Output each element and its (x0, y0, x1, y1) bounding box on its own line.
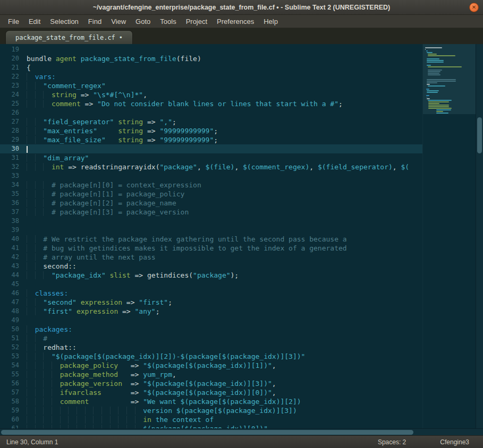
vertical-scrollbar-thumb[interactable] (477, 117, 482, 153)
line-number[interactable]: 23 (0, 81, 27, 90)
menu-project[interactable]: Project (181, 16, 212, 27)
line-number[interactable]: 39 (0, 226, 27, 235)
line-number[interactable]: 61 (0, 424, 27, 428)
menu-preferences[interactable]: Preferences (212, 16, 259, 27)
code-line-20[interactable]: 20bundle agent package_state_from_file(f… (0, 54, 422, 63)
code-line-38[interactable]: 38 (0, 217, 422, 226)
code-line-50[interactable]: 50 packages: (0, 325, 422, 334)
menu-view[interactable]: View (106, 16, 131, 27)
code-line-56[interactable]: 56 package_version => "$(package[$(packa… (0, 379, 422, 388)
minimap[interactable] (422, 44, 476, 428)
line-number[interactable]: 45 (0, 280, 27, 289)
code-line-26[interactable]: 26 (0, 108, 422, 117)
close-button-icon[interactable]: ✕ (469, 3, 479, 12)
code-line-57[interactable]: 57 ifvarclass => "$(package[$(package_id… (0, 388, 422, 397)
code-line-61[interactable]: 61 $(package[$(package_idx)][0])" (0, 424, 422, 428)
code-line-19[interactable]: 19 (0, 45, 422, 54)
line-number[interactable]: 54 (0, 361, 27, 370)
line-number[interactable]: 30 (0, 144, 27, 153)
line-number[interactable]: 27 (0, 117, 27, 126)
code-line-47[interactable]: 47 "second" expression => "first"; (0, 298, 422, 307)
code-line-27[interactable]: 27 "field_seperator" string => ","; (0, 117, 422, 126)
menu-file[interactable]: File (3, 16, 24, 27)
code-line-40[interactable]: 40 # We restrict the package index gathe… (0, 235, 422, 244)
code-line-34[interactable]: 34 # package[n][0] = context_expression (0, 180, 422, 189)
code-line-51[interactable]: 51 # (0, 334, 422, 343)
line-number[interactable]: 38 (0, 217, 27, 226)
code-line-54[interactable]: 54 package_policy => "$(package[$(packag… (0, 361, 422, 370)
code-line-43[interactable]: 43 second:: (0, 262, 422, 271)
code-line-31[interactable]: 31 "dim_array" (0, 153, 422, 162)
line-number[interactable]: 21 (0, 63, 27, 72)
line-number[interactable]: 50 (0, 325, 27, 334)
code-line-28[interactable]: 28 "max_entries" string => "99999999999"… (0, 126, 422, 135)
line-number[interactable]: 46 (0, 289, 27, 298)
line-number[interactable]: 47 (0, 298, 27, 307)
menu-find[interactable]: Find (83, 16, 106, 27)
line-number[interactable]: 49 (0, 316, 27, 325)
title-bar[interactable]: ~/vagrant/cfengine_enterprise/package_st… (0, 0, 483, 15)
code-line-29[interactable]: 29 "max_file_size" string => "9999999999… (0, 135, 422, 144)
tab-package-state-from-file[interactable]: package_state_from_file.cf • (5, 30, 133, 44)
line-number[interactable]: 56 (0, 379, 27, 388)
line-number[interactable]: 29 (0, 135, 27, 144)
line-number[interactable]: 44 (0, 271, 27, 280)
code-line-45[interactable]: 45 (0, 280, 422, 289)
code-line-22[interactable]: 22 vars: (0, 72, 422, 81)
code-line-36[interactable]: 36 # package[n][2] = package_name (0, 199, 422, 208)
code-line-52[interactable]: 52 redhat:: (0, 343, 422, 352)
code-line-48[interactable]: 48 "first" expression => "any"; (0, 307, 422, 316)
line-number[interactable]: 40 (0, 235, 27, 244)
menu-edit[interactable]: Edit (24, 16, 45, 27)
editor[interactable]: 1920bundle agent package_state_from_file… (0, 44, 483, 428)
code-line-35[interactable]: 35 # package[n][1] = package_policy (0, 189, 422, 199)
code-line-44[interactable]: 44 "package_idx" slist => getindices("pa… (0, 271, 422, 280)
indent-setting[interactable]: Spaces: 2 (378, 438, 406, 446)
code-line-32[interactable]: 32 int => readstringarrayidx("package", … (0, 162, 422, 171)
code-line-25[interactable]: 25 comment => "Do not consider blank lin… (0, 99, 422, 108)
code-line-42[interactable]: 42 # array until the next pass (0, 253, 422, 262)
code-line-37[interactable]: 37 # package[n][3] = package_version (0, 208, 422, 217)
code-line-55[interactable]: 55 package_method => yum_rpm, (0, 370, 422, 379)
horizontal-scrollbar-thumb[interactable] (1, 430, 413, 435)
code-line-30[interactable]: 30 (0, 144, 422, 153)
code-line-33[interactable]: 33 (0, 171, 422, 180)
line-number[interactable]: 34 (0, 180, 27, 189)
line-number[interactable]: 31 (0, 153, 27, 162)
line-number[interactable]: 25 (0, 99, 27, 108)
code-line-41[interactable]: 41 # bug with getindices makes it imposs… (0, 244, 422, 253)
line-number[interactable]: 35 (0, 189, 27, 199)
line-number[interactable]: 59 (0, 406, 27, 415)
line-number[interactable]: 51 (0, 334, 27, 343)
menu-tools[interactable]: Tools (155, 16, 181, 27)
line-number[interactable]: 43 (0, 262, 27, 271)
line-number[interactable]: 60 (0, 415, 27, 424)
line-number[interactable]: 37 (0, 208, 27, 217)
code-line-46[interactable]: 46 classes: (0, 289, 422, 298)
code-line-60[interactable]: 60 in the context of (0, 415, 422, 424)
line-number[interactable]: 48 (0, 307, 27, 316)
menu-selection[interactable]: Selection (45, 16, 83, 27)
code-line-49[interactable]: 49 (0, 316, 422, 325)
line-number[interactable]: 36 (0, 199, 27, 208)
syntax-mode[interactable]: Cfengine3 (440, 438, 469, 446)
line-number[interactable]: 53 (0, 352, 27, 361)
line-number[interactable]: 24 (0, 90, 27, 99)
line-number[interactable]: 41 (0, 244, 27, 253)
code-area[interactable]: 1920bundle agent package_state_from_file… (0, 45, 422, 428)
line-number[interactable]: 19 (0, 45, 27, 54)
vertical-scrollbar[interactable] (476, 44, 483, 428)
line-number[interactable]: 33 (0, 171, 27, 180)
code-line-23[interactable]: 23 "comment_regex" (0, 81, 422, 90)
code-line-59[interactable]: 59 version $(package[$(package_idx)][3]) (0, 406, 422, 415)
code-line-39[interactable]: 39 (0, 226, 422, 235)
code-line-53[interactable]: 53 "$(package[$(package_idx)][2])-$(pack… (0, 352, 422, 361)
code-line-24[interactable]: 24 string => "\s*#[^\n]*", (0, 90, 422, 99)
line-number[interactable]: 22 (0, 72, 27, 81)
line-number[interactable]: 32 (0, 162, 27, 171)
code-line-21[interactable]: 21{ (0, 63, 422, 72)
line-number[interactable]: 57 (0, 388, 27, 397)
line-number[interactable]: 55 (0, 370, 27, 379)
line-number[interactable]: 42 (0, 253, 27, 262)
line-number[interactable]: 26 (0, 108, 27, 117)
